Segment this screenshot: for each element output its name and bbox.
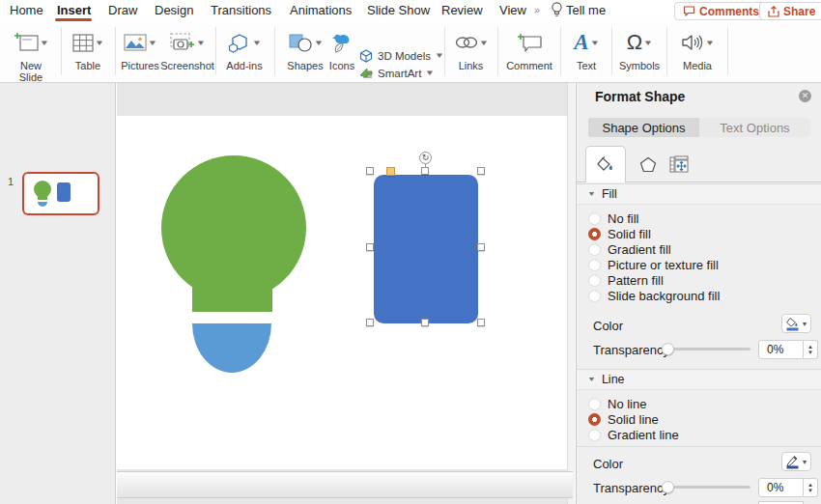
fill-color-button[interactable]: ▼ bbox=[781, 314, 811, 333]
pictures-button[interactable]: ▼ Pictures bbox=[118, 26, 162, 71]
chevron-down-icon: ▼ bbox=[313, 39, 323, 47]
share-button[interactable]: Share bbox=[759, 2, 821, 20]
fill-option-no-fill[interactable]: No fill bbox=[588, 210, 639, 226]
horizontal-scrollbar[interactable] bbox=[117, 471, 573, 498]
table-button[interactable]: ▼ Table bbox=[64, 26, 112, 71]
resize-handle-right[interactable] bbox=[477, 243, 485, 251]
fill-section-title: Fill bbox=[602, 187, 617, 201]
tab-view[interactable]: View bbox=[499, 3, 526, 17]
pictures-icon bbox=[124, 34, 147, 51]
fill-transparency-slider-thumb[interactable] bbox=[662, 343, 674, 355]
fill-color-swatch-icon bbox=[785, 317, 800, 331]
tab-size-properties[interactable] bbox=[659, 146, 699, 182]
line-transparency-slider-thumb[interactable] bbox=[662, 481, 674, 493]
smartart-label: SmartArt bbox=[378, 68, 421, 79]
line-transparency-slider[interactable] bbox=[662, 486, 750, 489]
screenshot-button[interactable]: ▼ Screenshot bbox=[160, 26, 214, 71]
vertical-scrollbar[interactable] bbox=[567, 83, 575, 504]
ribbon-divider bbox=[611, 27, 612, 75]
media-button[interactable]: ▼ Media bbox=[674, 26, 721, 71]
3d-models-button[interactable]: 3D Models ▼ bbox=[359, 48, 443, 63]
tab-review[interactable]: Review bbox=[441, 3, 483, 17]
resize-handle-bottom-right[interactable] bbox=[477, 319, 485, 326]
add-ins-button[interactable]: ▼ Add-ins bbox=[220, 26, 269, 71]
chevron-down-icon: ▼ bbox=[802, 321, 808, 327]
fill-option-solid-fill[interactable]: Solid fill bbox=[588, 226, 651, 241]
resize-handle-top-right[interactable] bbox=[477, 167, 485, 175]
selected-rounded-rectangle[interactable] bbox=[374, 175, 478, 323]
line-transparency-stepper[interactable]: ▲▼ bbox=[804, 478, 818, 497]
active-tab-underline bbox=[55, 18, 92, 21]
tab-slide-show[interactable]: Slide Show bbox=[367, 3, 430, 17]
close-icon[interactable]: ✕ bbox=[799, 90, 811, 102]
tab-fill-and-line[interactable] bbox=[585, 146, 626, 182]
line-section-header[interactable]: ▼ Line bbox=[577, 369, 821, 390]
fill-transparency-stepper[interactable]: ▲▼ bbox=[804, 340, 818, 359]
tab-home[interactable]: Home bbox=[10, 3, 43, 17]
media-icon bbox=[681, 34, 704, 51]
screenshot-label: Screenshot bbox=[160, 60, 214, 71]
slide-thumbnail[interactable] bbox=[22, 172, 99, 215]
option-label: Picture or texture fill bbox=[608, 258, 719, 272]
thumb-bulb-base bbox=[38, 202, 47, 207]
tell-me[interactable]: Tell me bbox=[552, 2, 606, 17]
add-ins-label: Add-ins bbox=[226, 60, 262, 71]
option-label: No fill bbox=[608, 211, 639, 226]
resize-handle-left[interactable] bbox=[366, 243, 374, 251]
slide-surface[interactable] bbox=[117, 116, 573, 469]
tab-overflow-chevron[interactable]: » bbox=[534, 4, 538, 15]
thumb-bulb-neck bbox=[38, 194, 47, 200]
smartart-button[interactable]: SmartArt ▼ bbox=[359, 66, 443, 80]
resize-handle-bottom-left[interactable] bbox=[366, 319, 374, 326]
line-color-button[interactable]: ▼ bbox=[781, 452, 811, 471]
tab-transitions[interactable]: Transitions bbox=[211, 3, 271, 17]
tab-animations[interactable]: Animations bbox=[290, 3, 352, 17]
text-icon: A bbox=[574, 31, 588, 54]
line-option-solid-line[interactable]: Solid line bbox=[588, 411, 659, 427]
text-button[interactable]: A ▼ Text bbox=[566, 26, 607, 71]
radio-icon bbox=[588, 259, 601, 271]
comments-button[interactable]: Comments bbox=[674, 2, 768, 20]
symbols-label: Symbols bbox=[619, 60, 660, 71]
chevron-down-icon: ▼ bbox=[478, 39, 488, 47]
tab-design[interactable]: Design bbox=[155, 3, 193, 17]
symbols-button[interactable]: Ω ▼ Symbols bbox=[616, 26, 663, 71]
icons-button[interactable]: Icons bbox=[325, 26, 359, 71]
line-option-no-line[interactable]: No line bbox=[588, 396, 646, 411]
fill-option-picture-texture-fill[interactable]: Picture or texture fill bbox=[588, 257, 719, 272]
tab-draw[interactable]: Draw bbox=[108, 3, 137, 17]
rotation-handle-icon[interactable]: ↻ bbox=[419, 152, 432, 164]
shapes-button[interactable]: ▼ Shapes bbox=[282, 26, 328, 71]
new-slide-button[interactable]: ▼ New Slide bbox=[6, 26, 56, 83]
smartart-icon bbox=[359, 67, 373, 79]
resize-handle-bottom[interactable] bbox=[421, 319, 429, 326]
line-option-gradient-line[interactable]: Gradient line bbox=[588, 427, 679, 442]
3d-models-icon bbox=[359, 49, 373, 63]
resize-handle-top[interactable] bbox=[421, 167, 429, 175]
pictures-label: Pictures bbox=[121, 60, 159, 71]
line-transparency-value[interactable]: 0% bbox=[758, 478, 804, 497]
ribbon-divider bbox=[215, 27, 216, 75]
fill-transparency-value[interactable]: 0% bbox=[758, 340, 804, 359]
table-label: Table bbox=[75, 60, 100, 71]
chevron-down-icon: ▼ bbox=[643, 39, 653, 47]
resize-handle-top-left[interactable] bbox=[366, 167, 374, 175]
fill-option-pattern-fill[interactable]: Pattern fill bbox=[588, 272, 664, 288]
tab-shape-options[interactable]: Shape Options bbox=[588, 118, 699, 137]
tab-text-options[interactable]: Text Options bbox=[699, 118, 810, 137]
pane-title: Format Shape bbox=[595, 89, 685, 104]
fill-option-gradient-fill[interactable]: Gradient fill bbox=[588, 241, 671, 257]
tab-insert[interactable]: Insert bbox=[57, 3, 91, 17]
adjust-handle-yellow[interactable] bbox=[386, 167, 395, 176]
chevron-down-icon: ▼ bbox=[148, 39, 157, 47]
chevron-down-icon: ▼ bbox=[40, 39, 49, 47]
bulb-neck-shape[interactable] bbox=[192, 268, 272, 312]
links-button[interactable]: ▼ Links bbox=[449, 26, 493, 71]
fill-transparency-slider[interactable] bbox=[662, 348, 750, 350]
fill-option-slide-background-fill[interactable]: Slide background fill bbox=[588, 288, 720, 303]
fill-transparency-label: Transparency bbox=[593, 343, 669, 357]
fill-section-header[interactable]: ▼ Fill bbox=[577, 183, 821, 205]
slide-number: 1 bbox=[8, 176, 14, 187]
comment-button[interactable]: Comment bbox=[500, 26, 558, 71]
slide-canvas[interactable]: ↻ bbox=[117, 83, 575, 504]
